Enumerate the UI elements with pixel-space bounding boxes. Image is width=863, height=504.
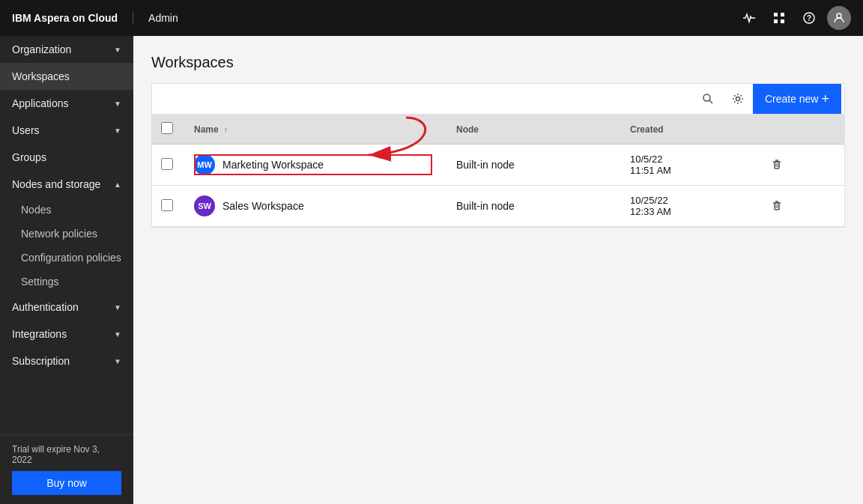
- avatar: SW: [194, 195, 215, 216]
- chevron-down-icon: ▼: [114, 303, 121, 312]
- table-body: MW Marketing Workspace Built-in node 10/…: [152, 145, 844, 227]
- sidebar-bottom: Trial will expire Nov 3, 2022 Buy now: [0, 434, 133, 504]
- workspace-created-cell: 10/5/22 11:51 AM: [618, 145, 756, 186]
- gear-icon: [732, 93, 744, 105]
- workspace-actions-cell: [756, 186, 844, 227]
- sidebar-item-authentication[interactable]: Authentication ▼: [0, 294, 133, 321]
- sidebar-sub-item-label: Settings: [21, 276, 59, 288]
- admin-label: Admin: [148, 12, 178, 24]
- sidebar-item-label: Workspaces: [12, 70, 70, 82]
- created-date: 10/25/22: [630, 195, 744, 206]
- pulse-icon-button[interactable]: [737, 6, 761, 30]
- buy-now-button[interactable]: Buy now: [12, 471, 121, 495]
- user-icon: [833, 12, 845, 24]
- row-select-checkbox[interactable]: [161, 158, 173, 170]
- name-column-label: Name: [194, 124, 219, 135]
- page-title: Workspaces: [151, 54, 845, 71]
- apps-icon-button[interactable]: [767, 6, 791, 30]
- brand: IBM Aspera on Cloud Admin: [12, 12, 178, 24]
- header-actions-col: [756, 115, 844, 145]
- table-row: MW Marketing Workspace Built-in node 10/…: [152, 145, 844, 186]
- chevron-down-icon: ▼: [114, 357, 121, 365]
- sidebar-sub-item-settings[interactable]: Settings: [0, 270, 133, 294]
- sidebar-item-label: Subscription: [12, 355, 70, 367]
- create-new-button[interactable]: Create new +: [753, 84, 841, 114]
- avatar-initials: SW: [198, 201, 211, 210]
- chevron-down-icon: ▼: [114, 127, 121, 135]
- workspace-cell-sales: SW Sales Workspace: [194, 195, 432, 216]
- created-time: 12:33 AM: [630, 206, 744, 217]
- pulse-icon: [743, 12, 755, 24]
- avatar-initials: MW: [197, 160, 212, 169]
- sidebar-sub-item-nodes[interactable]: Nodes: [0, 198, 133, 222]
- trial-text: Trial will expire Nov 3, 2022: [12, 444, 121, 465]
- chevron-up-icon: ▲: [114, 180, 121, 189]
- svg-point-7: [703, 94, 710, 101]
- sidebar-item-label: Nodes and storage: [12, 178, 100, 190]
- trash-icon: [771, 159, 783, 171]
- sidebar-item-label: Users: [12, 124, 40, 136]
- sidebar-item-label: Integrations: [12, 328, 67, 340]
- top-navigation: IBM Aspera on Cloud Admin ?: [0, 0, 863, 36]
- workspace-created-cell: 10/25/22 12:33 AM: [618, 186, 756, 227]
- table-toolbar: Create new +: [151, 83, 845, 114]
- sidebar-item-users[interactable]: Users ▼: [0, 117, 133, 144]
- sidebar-item-label: Applications: [12, 97, 69, 109]
- delete-workspace-button[interactable]: [768, 156, 786, 174]
- workspace-name-cell: MW Marketing Workspace: [182, 145, 444, 186]
- svg-rect-11: [775, 162, 779, 168]
- help-icon-button[interactable]: ?: [797, 6, 821, 30]
- created-date: 10/5/22: [630, 154, 744, 165]
- svg-rect-3: [781, 19, 784, 23]
- chevron-down-icon: ▼: [114, 330, 121, 338]
- user-avatar-button[interactable]: [827, 6, 851, 30]
- sidebar-item-applications[interactable]: Applications ▼: [0, 90, 133, 117]
- node-column-label: Node: [456, 124, 479, 135]
- sidebar-item-nodes-and-storage[interactable]: Nodes and storage ▲: [0, 171, 133, 198]
- svg-point-9: [736, 97, 739, 101]
- row-checkbox-cell: [152, 145, 182, 186]
- sidebar-sub-item-network-policies[interactable]: Network policies: [0, 222, 133, 246]
- node-value: Built-in node: [456, 200, 515, 212]
- workspace-table-container: Name Node Created: [151, 114, 845, 228]
- workspace-name[interactable]: Sales Workspace: [222, 200, 304, 212]
- svg-line-8: [709, 100, 712, 103]
- app-shell: Organization ▼ Workspaces Applications ▼…: [0, 36, 863, 504]
- sidebar-item-workspaces[interactable]: Workspaces: [0, 63, 133, 90]
- svg-point-6: [837, 13, 841, 18]
- sidebar-item-label: Authentication: [12, 301, 79, 313]
- plus-icon: +: [821, 91, 829, 107]
- sidebar-item-integrations[interactable]: Integrations ▼: [0, 321, 133, 347]
- search-button[interactable]: [693, 84, 723, 114]
- apps-grid-icon: [773, 12, 785, 24]
- sidebar-sub-item-label: Network policies: [21, 228, 97, 240]
- sidebar-item-groups[interactable]: Groups: [0, 144, 133, 171]
- delete-workspace-button[interactable]: [768, 197, 786, 215]
- search-icon: [702, 93, 714, 105]
- sidebar-sub-item-label: Nodes: [21, 204, 51, 216]
- workspaces-table: Name Node Created: [151, 114, 845, 228]
- sort-ascending-icon: [224, 126, 228, 134]
- sidebar-sub-item-configuration-policies[interactable]: Configuration policies: [0, 246, 133, 270]
- sidebar-item-label: Organization: [12, 43, 71, 55]
- workspace-name[interactable]: Marketing Workspace: [222, 159, 324, 171]
- row-select-checkbox[interactable]: [161, 199, 173, 211]
- created-column-label: Created: [630, 124, 664, 135]
- select-all-checkbox[interactable]: [161, 122, 173, 134]
- chevron-down-icon: ▼: [114, 100, 121, 108]
- created-time: 11:51 AM: [630, 165, 744, 176]
- svg-rect-16: [775, 203, 779, 210]
- chevron-down-icon: ▼: [114, 46, 121, 54]
- sidebar-item-organization[interactable]: Organization ▼: [0, 36, 133, 63]
- sidebar: Organization ▼ Workspaces Applications ▼…: [0, 36, 133, 504]
- header-name-col[interactable]: Name: [182, 115, 444, 145]
- svg-rect-1: [781, 13, 784, 16]
- workspace-node-cell: Built-in node: [444, 186, 618, 227]
- trash-icon: [771, 200, 783, 212]
- workspace-actions-cell: [756, 145, 844, 186]
- settings-button[interactable]: [723, 84, 753, 114]
- workspace-node-cell: Built-in node: [444, 145, 618, 186]
- data-table: Name Node Created: [152, 115, 844, 227]
- svg-text:?: ?: [807, 14, 811, 22]
- sidebar-item-subscription[interactable]: Subscription ▼: [0, 347, 133, 374]
